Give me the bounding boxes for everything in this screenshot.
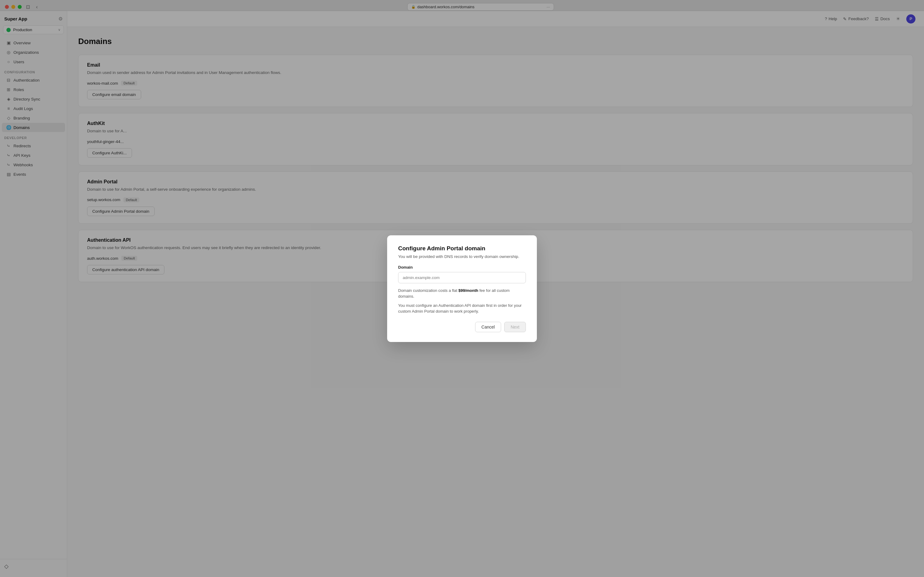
domain-input[interactable]	[398, 272, 526, 283]
modal-price: $99/month	[458, 288, 478, 293]
modal-overlay[interactable]: Configure Admin Portal domain You will b…	[0, 0, 924, 577]
next-button[interactable]: Next	[504, 322, 526, 332]
modal-actions: Cancel Next	[398, 322, 526, 332]
modal-title: Configure Admin Portal domain	[398, 245, 526, 252]
modal-pricing-note: Domain customization costs a flat $99/mo…	[398, 288, 526, 300]
cancel-button[interactable]: Cancel	[475, 322, 501, 332]
configure-admin-portal-modal: Configure Admin Portal domain You will b…	[387, 235, 537, 342]
domain-label: Domain	[398, 265, 526, 269]
modal-subtitle: You will be provided with DNS records to…	[398, 254, 526, 259]
modal-warning: You must configure an Authentication API…	[398, 303, 526, 314]
